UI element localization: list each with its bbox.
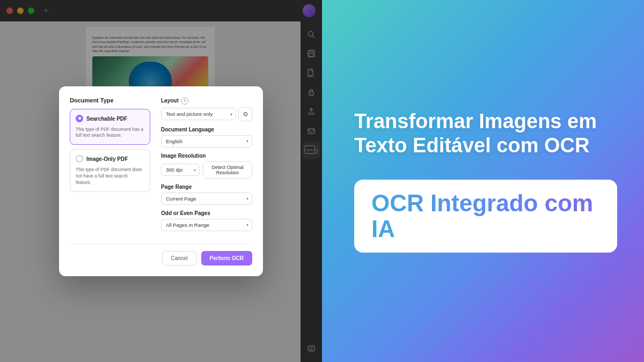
- settings-column: Layout ? Text and picture only ▾ ⚙: [161, 97, 252, 237]
- language-select[interactable]: English: [161, 135, 252, 147]
- tagline-line2: Texto Editável com OCR: [354, 134, 590, 157]
- image-resolution-section: Image Resolution 300 dpi ▾ Detect Optima…: [161, 153, 252, 179]
- image-only-pdf-label: Image-Only PDF: [86, 156, 128, 162]
- image-only-pdf-radio: [76, 155, 83, 162]
- layout-select[interactable]: Text and picture only: [161, 108, 236, 120]
- odd-even-label: Odd or Even Pages: [161, 210, 252, 216]
- main-tagline: Transformar Imagens em Texto Editável co…: [354, 109, 597, 158]
- searchable-pdf-label: Searchable PDF: [86, 116, 127, 122]
- app-panel: + Egyptian art celebrates animals like c…: [0, 0, 322, 362]
- layout-help-icon[interactable]: ?: [181, 97, 188, 105]
- ocr-integrado-badge: OCR Integrado com IA: [354, 180, 617, 253]
- doc-type-column: Document Type Searchable PDF This type o…: [70, 97, 150, 237]
- resolution-select-wrapper: 300 dpi ▾: [161, 164, 200, 176]
- radio-inner: [78, 117, 81, 120]
- searchable-pdf-desc: This type of PDF document has a full tex…: [76, 127, 144, 139]
- layout-section: Layout ? Text and picture only ▾ ⚙: [161, 97, 252, 121]
- ocr-integrado-text: OCR Integrado com IA: [371, 190, 600, 242]
- marketing-panel: Transformar Imagens em Texto Editável co…: [322, 0, 644, 362]
- odd-even-select[interactable]: All Pages in Range: [161, 219, 252, 231]
- page-range-section: Page Range Current Page ▾: [161, 184, 252, 205]
- page-range-select[interactable]: Current Page: [161, 193, 252, 205]
- perform-ocr-button[interactable]: Perform OCR: [201, 251, 252, 265]
- searchable-pdf-option[interactable]: Searchable PDF This type of PDF document…: [70, 109, 150, 145]
- layout-select-wrapper: Text and picture only ▾: [161, 108, 236, 120]
- searchable-pdf-radio: [76, 115, 83, 122]
- page-range-select-wrapper: Current Page ▾: [161, 193, 252, 205]
- image-resolution-label: Image Resolution: [161, 153, 252, 159]
- cancel-button[interactable]: Cancel: [162, 251, 197, 265]
- modal-footer: Cancel Perform OCR: [70, 244, 252, 265]
- doc-type-title: Document Type: [70, 97, 150, 104]
- modal-columns: Document Type Searchable PDF This type o…: [70, 97, 252, 237]
- resolution-select[interactable]: 300 dpi: [161, 164, 200, 176]
- layout-row: Text and picture only ▾ ⚙: [161, 107, 252, 121]
- modal-overlay: Document Type Searchable PDF This type o…: [0, 0, 322, 362]
- image-only-pdf-desc: This type of PDF document does not have …: [76, 167, 144, 186]
- doc-language-section: Document Language English ▾: [161, 127, 252, 147]
- detect-resolution-button[interactable]: Detect Optimal Resolution: [203, 161, 252, 179]
- page-range-label: Page Range: [161, 184, 252, 190]
- odd-even-section: Odd or Even Pages All Pages in Range ▾: [161, 210, 252, 231]
- layout-label: Layout ?: [161, 97, 252, 105]
- ocr-modal: Document Type Searchable PDF This type o…: [59, 86, 263, 276]
- odd-even-select-wrapper: All Pages in Range ▾: [161, 219, 252, 231]
- language-select-wrapper: English ▾: [161, 135, 252, 147]
- image-only-pdf-option[interactable]: Image-Only PDF This type of PDF document…: [70, 149, 150, 192]
- resolution-row: 300 dpi ▾ Detect Optimal Resolution: [161, 161, 252, 179]
- layout-gear-button[interactable]: ⚙: [238, 107, 252, 121]
- doc-language-label: Document Language: [161, 127, 252, 132]
- tagline-line1: Transformar Imagens em: [354, 110, 597, 132]
